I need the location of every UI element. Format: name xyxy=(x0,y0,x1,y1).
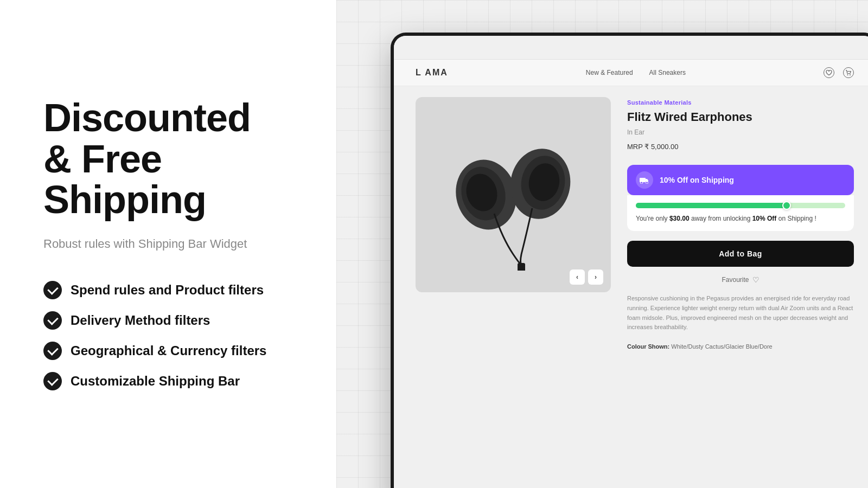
progress-bar-fill xyxy=(636,203,787,208)
next-image-button[interactable]: › xyxy=(588,269,603,285)
subtitle: Robust rules with Shipping Bar Widget xyxy=(43,236,293,253)
nav-item-new[interactable]: New & Featured xyxy=(586,69,633,76)
product-name: Flitz Wired Earphones xyxy=(627,110,854,124)
feature-label-custom: Customizable Shipping Bar xyxy=(71,374,240,389)
svg-rect-9 xyxy=(640,178,646,182)
add-to-bag-button[interactable]: Add to Bag xyxy=(627,241,854,267)
progress-thumb xyxy=(782,201,791,210)
product-area: ‹ › Sustainable Materials Flitz Wired Ea… xyxy=(394,86,868,361)
store-nav: New & Featured All Sneakers xyxy=(586,69,686,76)
svg-point-11 xyxy=(646,182,648,184)
image-nav: ‹ › xyxy=(570,269,603,285)
product-image-svg xyxy=(437,119,589,271)
heart-icon: ♡ xyxy=(752,275,760,284)
check-icon-spend xyxy=(43,281,62,299)
feature-item-geo: Geographical & Currency filters xyxy=(43,342,293,360)
check-icon-geo xyxy=(43,342,62,360)
check-icon-custom xyxy=(43,372,62,390)
svg-point-0 xyxy=(847,74,848,75)
cart-icon[interactable] xyxy=(843,67,854,78)
device-frame: L AMA New & Featured All Sneakers xyxy=(391,33,868,488)
svg-point-10 xyxy=(641,182,643,184)
shipping-truck-icon xyxy=(636,171,653,189)
product-variant: In Ear xyxy=(627,129,854,136)
shipping-bar-label: 10% Off on Shipping xyxy=(660,176,734,184)
feature-item-custom: Customizable Shipping Bar xyxy=(43,372,293,390)
feature-item-delivery: Delivery Method filters xyxy=(43,311,293,330)
store-header-icons xyxy=(824,67,854,78)
feature-label-spend: Spend rules and Product filters xyxy=(71,282,264,298)
feature-list: Spend rules and Product filters Delivery… xyxy=(43,281,293,390)
store-logo: L AMA xyxy=(416,68,448,78)
device-inner: L AMA New & Featured All Sneakers xyxy=(394,36,868,488)
check-icon-delivery xyxy=(43,311,62,330)
svg-point-1 xyxy=(850,74,851,75)
main-title: Discounted & Free Shipping xyxy=(43,98,293,221)
feature-label-geo: Geographical & Currency filters xyxy=(71,343,266,358)
feature-item-spend: Spend rules and Product filters xyxy=(43,281,293,299)
blur-overlay xyxy=(394,445,868,488)
svg-rect-8 xyxy=(518,263,525,271)
colour-section: Colour Shown: White/Dusty Cactus/Glacier… xyxy=(627,343,854,350)
nav-item-sneakers[interactable]: All Sneakers xyxy=(649,69,686,76)
progress-message: You're only $30.00 away from unlocking 1… xyxy=(636,214,845,223)
favourite-row: Favourite ♡ xyxy=(627,275,854,284)
product-info: Sustainable Materials Flitz Wired Earpho… xyxy=(627,97,854,350)
product-category: Sustainable Materials xyxy=(627,99,854,106)
store-content: L AMA New & Featured All Sneakers xyxy=(394,60,868,488)
store-header: L AMA New & Featured All Sneakers xyxy=(394,60,868,86)
shipping-bar-header: 10% Off on Shipping xyxy=(627,165,854,195)
progress-bar-track xyxy=(636,203,845,208)
left-panel: Discounted & Free Shipping Robust rules … xyxy=(0,0,336,488)
progress-card: You're only $30.00 away from unlocking 1… xyxy=(627,195,854,231)
product-description: Responsive cushioning in the Pegasus pro… xyxy=(627,294,854,332)
prev-image-button[interactable]: ‹ xyxy=(570,269,585,285)
feature-label-delivery: Delivery Method filters xyxy=(71,313,210,328)
browser-chrome xyxy=(394,36,868,60)
wishlist-icon[interactable] xyxy=(824,67,834,78)
favourite-label: Favourite xyxy=(722,276,749,284)
product-price: MRP ₹ 5,000.00 xyxy=(627,143,854,151)
product-image-container: ‹ › xyxy=(416,97,611,292)
shipping-bar-container: 10% Off on Shipping You're only $30.00 xyxy=(627,160,854,231)
right-panel: L AMA New & Featured All Sneakers xyxy=(336,0,868,488)
